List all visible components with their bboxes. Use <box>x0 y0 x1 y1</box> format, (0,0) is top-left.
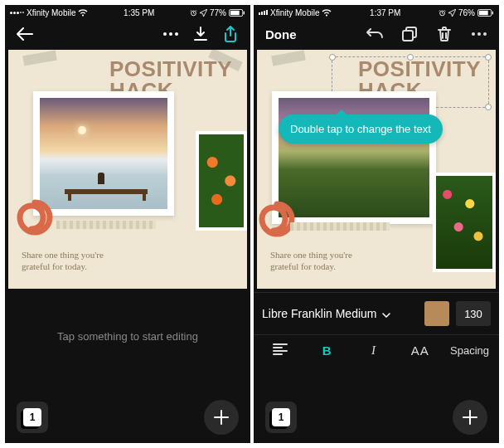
tape-decoration <box>271 51 305 66</box>
caption-line1: Share one thing you're <box>22 249 104 261</box>
bold-button[interactable]: B <box>310 343 343 358</box>
svg-point-6 <box>175 32 178 36</box>
resize-handle[interactable] <box>329 54 336 61</box>
delete-button[interactable] <box>433 22 456 46</box>
font-name-label: Libre Franklin Medium <box>262 307 377 320</box>
app-bar: Done <box>254 20 499 48</box>
font-picker[interactable]: Libre Franklin Medium <box>262 307 418 320</box>
location-icon <box>448 9 456 17</box>
carrier-label: Xfinity Mobile <box>27 8 75 17</box>
canvas-area[interactable]: POSITIVITY HACK Double tap to change the… <box>254 48 499 290</box>
add-button[interactable] <box>453 400 487 435</box>
wifi-icon <box>322 9 332 17</box>
duplicate-button[interactable] <box>398 22 421 46</box>
resize-handle[interactable] <box>485 54 492 61</box>
more-button[interactable] <box>159 22 182 46</box>
chevron-down-icon <box>382 307 390 320</box>
page-count: 1 <box>23 408 41 426</box>
edit-tooltip: Double tap to change the text <box>279 114 443 144</box>
font-controls: Libre Franklin Medium 130 <box>254 292 499 335</box>
text-color-swatch[interactable] <box>424 301 449 326</box>
status-right: 77% <box>190 8 245 17</box>
battery-icon <box>229 9 245 17</box>
caption-text[interactable]: Share one thing you're grateful for toda… <box>22 249 104 272</box>
bottom-dock: 1 <box>5 400 250 435</box>
design-canvas[interactable]: POSITIVITY HACK Double tap to change the… <box>257 50 496 289</box>
undo-button[interactable] <box>363 22 386 46</box>
svg-rect-10 <box>492 11 493 14</box>
tape-decoration <box>22 51 56 66</box>
download-button[interactable] <box>189 22 212 46</box>
wifi-icon <box>78 9 88 17</box>
alarm-icon <box>439 9 446 17</box>
more-button[interactable] <box>468 22 491 46</box>
headline-line1: POSITIVITY <box>109 58 232 80</box>
flower-photo[interactable] <box>433 173 496 272</box>
svg-point-14 <box>483 32 487 36</box>
uppercase-button[interactable]: AA <box>404 343 437 358</box>
squiggle-decoration <box>15 197 55 237</box>
phone-right: Xfinity Mobile 1:37 PM 76% Done <box>254 5 499 443</box>
torn-paper-decoration <box>56 221 156 229</box>
status-time: 1:37 PM <box>332 8 439 17</box>
flower-photo[interactable] <box>196 131 247 231</box>
spacing-button[interactable]: Spacing <box>450 344 489 357</box>
phone-left: Xfinity Mobile 1:35 PM 77% <box>5 5 250 443</box>
svg-rect-11 <box>403 31 413 41</box>
align-button[interactable] <box>264 343 297 358</box>
alarm-icon <box>190 9 197 17</box>
pages-button[interactable]: 1 <box>265 402 297 433</box>
pages-button[interactable]: 1 <box>17 402 48 433</box>
resize-handle[interactable] <box>485 104 492 110</box>
squiggle-decoration <box>257 199 297 239</box>
svg-point-13 <box>477 32 481 36</box>
svg-rect-3 <box>244 11 245 14</box>
page-count: 1 <box>272 408 290 426</box>
design-canvas[interactable]: POSITIVITY HACK Share one thing you're g… <box>8 50 247 289</box>
status-left: Xfinity Mobile <box>259 8 332 17</box>
caption-line1: Share one thing you're <box>270 249 352 261</box>
export-button[interactable] <box>219 22 242 46</box>
font-size-input[interactable]: 130 <box>456 301 491 326</box>
svg-point-5 <box>169 32 172 36</box>
done-button[interactable]: Done <box>262 26 300 43</box>
bottom-dock: 1 <box>254 400 499 435</box>
status-right: 76% <box>439 8 494 17</box>
signal-bars-icon <box>259 10 268 15</box>
caption-text[interactable]: Share one thing you're grateful for toda… <box>270 249 352 272</box>
battery-percent: 76% <box>458 8 475 17</box>
svg-rect-9 <box>479 10 488 14</box>
italic-button[interactable]: I <box>357 343 390 358</box>
svg-point-12 <box>472 32 475 36</box>
caption-line2: grateful for today. <box>270 261 352 272</box>
status-left: Xfinity Mobile <box>10 8 88 17</box>
svg-rect-2 <box>230 10 240 14</box>
app-bar <box>5 20 250 48</box>
editor-hint: Tap something to start editing <box>5 330 250 343</box>
text-format-tools: B I AA Spacing <box>254 335 499 366</box>
battery-percent: 77% <box>210 8 226 17</box>
location-icon <box>200 9 207 17</box>
caption-line2: grateful for today. <box>22 261 104 272</box>
torn-paper-decoration <box>290 222 390 231</box>
signal-dots <box>10 12 24 14</box>
canvas-area[interactable]: POSITIVITY HACK Share one thing you're g… <box>5 48 250 290</box>
status-time: 1:35 PM <box>88 8 190 17</box>
resize-handle[interactable] <box>407 54 414 61</box>
status-bar: Xfinity Mobile 1:37 PM 76% <box>254 5 499 20</box>
svg-point-4 <box>163 32 167 36</box>
back-button[interactable] <box>13 22 36 46</box>
status-bar: Xfinity Mobile 1:35 PM 77% <box>5 5 250 20</box>
carrier-label: Xfinity Mobile <box>270 8 319 17</box>
battery-icon <box>477 9 494 17</box>
add-button[interactable] <box>204 400 239 435</box>
